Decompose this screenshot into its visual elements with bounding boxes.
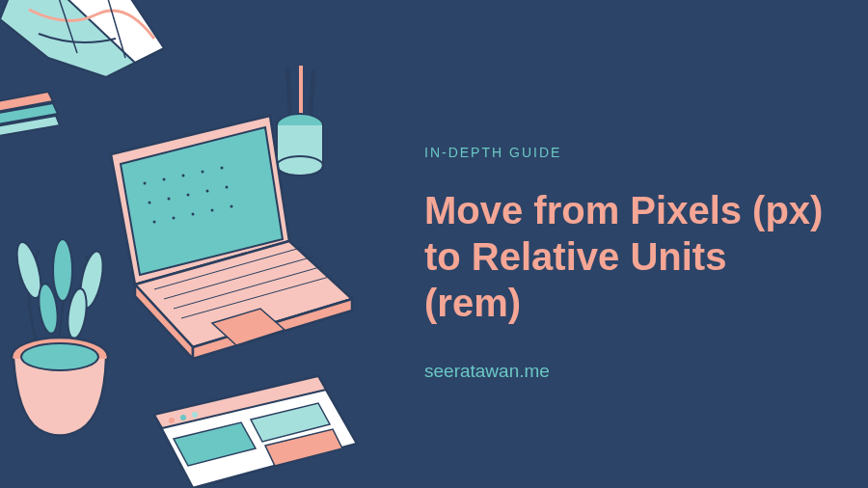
svg-point-38: [53, 239, 72, 301]
svg-point-26: [192, 213, 195, 216]
pencil-cup-icon: [277, 66, 323, 176]
browser-window-icon: [154, 376, 357, 488]
svg-point-19: [149, 202, 151, 204]
headline: Move from Pixels (px) to Relative Units …: [424, 187, 829, 326]
svg-point-27: [211, 209, 214, 212]
svg-point-28: [231, 205, 233, 208]
desk-illustration: [0, 0, 424, 488]
site-credit: seeratawan.me: [424, 361, 829, 382]
plant-icon: [12, 239, 108, 436]
hero-text-block: IN-DEPTH GUIDE Move from Pixels (px) to …: [424, 145, 829, 382]
svg-point-48: [192, 412, 198, 418]
svg-point-21: [187, 194, 190, 197]
svg-point-47: [180, 415, 186, 420]
svg-point-23: [226, 186, 229, 189]
svg-point-43: [21, 343, 98, 370]
svg-point-24: [153, 221, 156, 224]
svg-point-17: [202, 171, 204, 174]
books-icon: [0, 92, 60, 140]
eyebrow-label: IN-DEPTH GUIDE: [424, 145, 829, 160]
svg-point-46: [169, 418, 175, 423]
svg-point-25: [173, 217, 176, 220]
svg-point-14: [144, 182, 147, 185]
map-icon: [0, 0, 164, 77]
svg-point-20: [168, 198, 171, 201]
svg-point-18: [221, 167, 224, 170]
svg-point-15: [163, 178, 166, 181]
svg-point-22: [206, 190, 209, 193]
svg-point-16: [182, 175, 185, 177]
